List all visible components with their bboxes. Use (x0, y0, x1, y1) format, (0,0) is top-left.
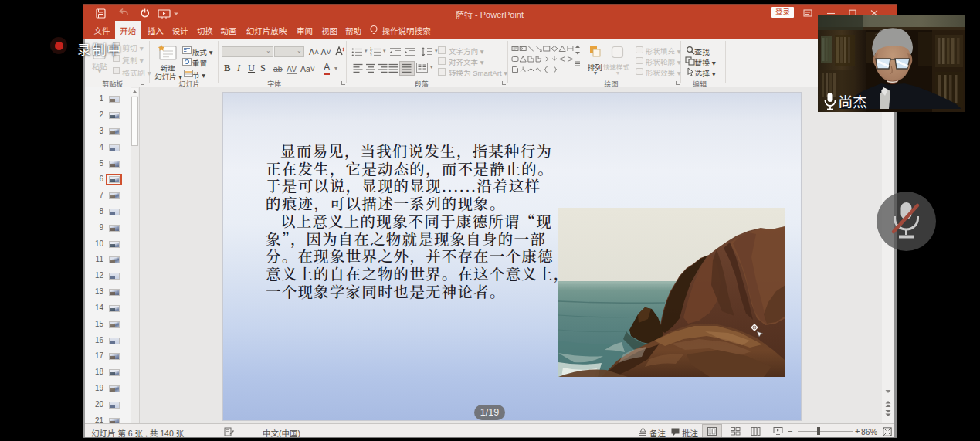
svg-text:3.: 3. (370, 53, 373, 57)
